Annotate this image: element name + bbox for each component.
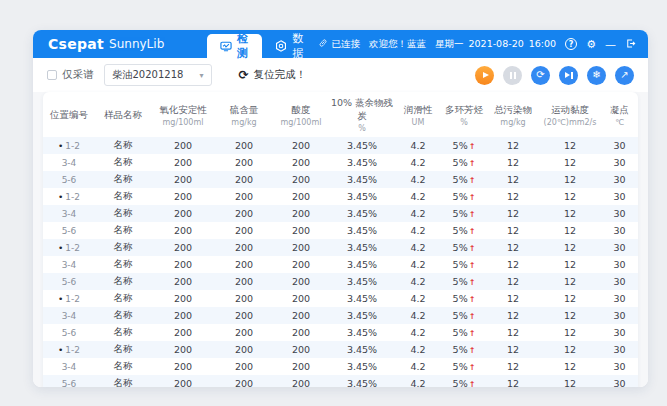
- table-row[interactable]: 3-4名称2002002003.45%4.25%↑121230: [43, 256, 638, 273]
- cell-pos: 3-4: [43, 307, 95, 324]
- column-header: 样品名称: [95, 92, 151, 137]
- gear-icon[interactable]: ⚙: [586, 39, 596, 50]
- welcome-text: 欢迎您！蓝蓝: [369, 38, 426, 51]
- start-button[interactable]: [475, 66, 494, 85]
- cell-viscosity: 12: [539, 205, 601, 222]
- active-dot: •: [58, 345, 63, 355]
- brand-name: Csepat: [48, 36, 104, 52]
- cell-viscosity: 12: [539, 358, 601, 375]
- cell-pah: 5%↑: [441, 171, 487, 188]
- sample-dropdown[interactable]: 柴油20201218 ▾: [104, 64, 213, 86]
- cell-acidity: 200: [273, 307, 329, 324]
- table-row[interactable]: 3-4名称2002002003.45%4.25%↑121230: [43, 358, 638, 375]
- cell-acidity: 200: [273, 341, 329, 358]
- cell-pah: 5%↑: [441, 324, 487, 341]
- cell-pah: 5%↑: [441, 375, 487, 387]
- cell-acidity: 200: [273, 256, 329, 273]
- table-row[interactable]: 3-4名称2002002003.45%4.25%↑121230: [43, 307, 638, 324]
- spectrum-only-checkbox[interactable]: [47, 70, 57, 80]
- cell-oxidation: 200: [151, 358, 215, 375]
- connection-status: 已连接: [318, 38, 361, 51]
- cell-contaminants: 12: [487, 137, 539, 154]
- cell-pos: •1-2: [43, 188, 95, 205]
- up-arrow-icon: ↑: [469, 244, 476, 253]
- content-area: 位置编号样品名称氧化安定性mg/100ml硫含量mg/kg酸度mg/100ml1…: [33, 92, 648, 387]
- cell-lubricity: 4.2: [395, 358, 441, 375]
- app-bar: Csepat SunnyLib 检测: [33, 30, 648, 58]
- table-row[interactable]: •1-2名称2002002003.45%4.25%↑121230: [43, 341, 638, 358]
- cell-lubricity: 4.2: [395, 307, 441, 324]
- table-row[interactable]: 5-6名称2002002003.45%4.25%↑121230: [43, 375, 638, 387]
- up-arrow-icon: ↑: [469, 363, 476, 372]
- cell-residue: 3.45%: [329, 324, 395, 341]
- reset-icon[interactable]: ⟳: [238, 68, 248, 82]
- column-header: 多环芳烃%: [441, 92, 487, 137]
- table-row[interactable]: •1-2名称2002002003.45%4.25%↑121230: [43, 188, 638, 205]
- cell-viscosity: 12: [539, 222, 601, 239]
- table-row[interactable]: •1-2名称2002002003.45%4.25%↑121230: [43, 239, 638, 256]
- cell-residue: 3.45%: [329, 375, 395, 387]
- up-arrow-icon: ↑: [469, 261, 476, 270]
- export-icon: ↗: [620, 70, 628, 80]
- cell-contaminants: 12: [487, 256, 539, 273]
- cell-residue: 3.45%: [329, 239, 395, 256]
- logout-icon[interactable]: [625, 38, 636, 51]
- active-dot: •: [58, 294, 63, 304]
- table-row[interactable]: 5-6名称2002002003.45%4.25%↑121230: [43, 222, 638, 239]
- cell-pah: 5%↑: [441, 307, 487, 324]
- cell-freeze: 30: [601, 324, 638, 341]
- refresh-button[interactable]: ⟳: [531, 66, 550, 85]
- cell-residue: 3.45%: [329, 358, 395, 375]
- table-row[interactable]: •1-2名称2002002003.45%4.25%↑121230: [43, 137, 638, 154]
- cell-sulfur: 200: [215, 222, 273, 239]
- cell-lubricity: 4.2: [395, 341, 441, 358]
- minimize-icon[interactable]: —: [605, 39, 616, 50]
- chevron-down-icon: ▾: [199, 71, 203, 80]
- results-table-card: 位置编号样品名称氧化安定性mg/100ml硫含量mg/kg酸度mg/100ml1…: [43, 92, 638, 387]
- table-row[interactable]: 5-6名称2002002003.45%4.25%↑121230: [43, 171, 638, 188]
- export-button[interactable]: ↗: [615, 66, 634, 85]
- up-arrow-icon: ↑: [469, 227, 476, 236]
- cell-acidity: 200: [273, 154, 329, 171]
- freeze-button[interactable]: ❄: [587, 66, 606, 85]
- tab-detection[interactable]: 检测: [207, 34, 262, 58]
- skip-button[interactable]: [559, 66, 578, 85]
- up-arrow-icon: ↑: [469, 159, 476, 168]
- cell-oxidation: 200: [151, 239, 215, 256]
- help-icon[interactable]: ?: [565, 38, 577, 50]
- cell-name: 名称: [95, 290, 151, 307]
- cell-freeze: 30: [601, 188, 638, 205]
- cell-pah: 5%↑: [441, 222, 487, 239]
- cell-viscosity: 12: [539, 171, 601, 188]
- table-row[interactable]: •1-2名称2002002003.45%4.25%↑121230: [43, 290, 638, 307]
- cell-residue: 3.45%: [329, 256, 395, 273]
- table-row[interactable]: 5-6名称2002002003.45%4.25%↑121230: [43, 324, 638, 341]
- column-header: 硫含量mg/kg: [215, 92, 273, 137]
- cell-sulfur: 200: [215, 358, 273, 375]
- cell-freeze: 30: [601, 273, 638, 290]
- table-row[interactable]: 3-4名称2002002003.45%4.25%↑121230: [43, 205, 638, 222]
- cell-freeze: 30: [601, 256, 638, 273]
- cell-residue: 3.45%: [329, 154, 395, 171]
- cell-sulfur: 200: [215, 154, 273, 171]
- sample-dropdown-value: 柴油20201218: [113, 68, 184, 82]
- cell-pos: 3-4: [43, 256, 95, 273]
- toolbar: 仅采谱 柴油20201218 ▾ ⟳ 复位完成！ ⟳ ❄ ↗: [33, 58, 648, 92]
- cell-oxidation: 200: [151, 222, 215, 239]
- cell-lubricity: 4.2: [395, 256, 441, 273]
- table-row[interactable]: 3-4名称2002002003.45%4.25%↑121230: [43, 154, 638, 171]
- cell-name: 名称: [95, 171, 151, 188]
- cell-lubricity: 4.2: [395, 205, 441, 222]
- tab-data[interactable]: 数据: [262, 34, 317, 58]
- active-dot: •: [58, 192, 63, 202]
- pause-button[interactable]: [503, 66, 522, 85]
- cell-acidity: 200: [273, 137, 329, 154]
- cell-sulfur: 200: [215, 188, 273, 205]
- cell-residue: 3.45%: [329, 290, 395, 307]
- reset-status-text: 复位完成！: [253, 68, 306, 82]
- datetime: 星期一 2021-08-20 16:00: [435, 38, 556, 51]
- cell-pos: •1-2: [43, 341, 95, 358]
- cell-pah: 5%↑: [441, 273, 487, 290]
- table-row[interactable]: 5-6名称2002002003.45%4.25%↑121230: [43, 273, 638, 290]
- cell-pah: 5%↑: [441, 239, 487, 256]
